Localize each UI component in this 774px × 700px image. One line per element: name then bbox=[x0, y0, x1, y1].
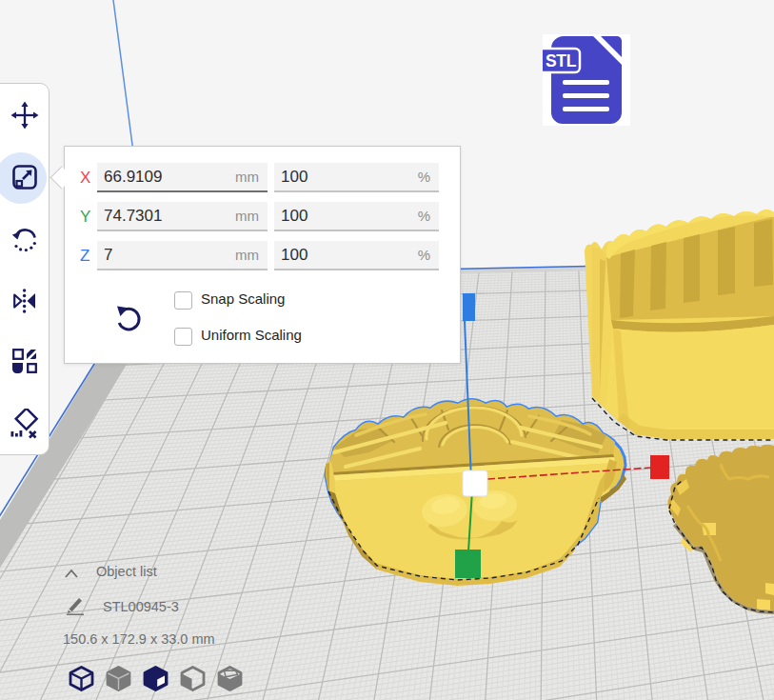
svg-text:STL: STL bbox=[546, 51, 577, 70]
